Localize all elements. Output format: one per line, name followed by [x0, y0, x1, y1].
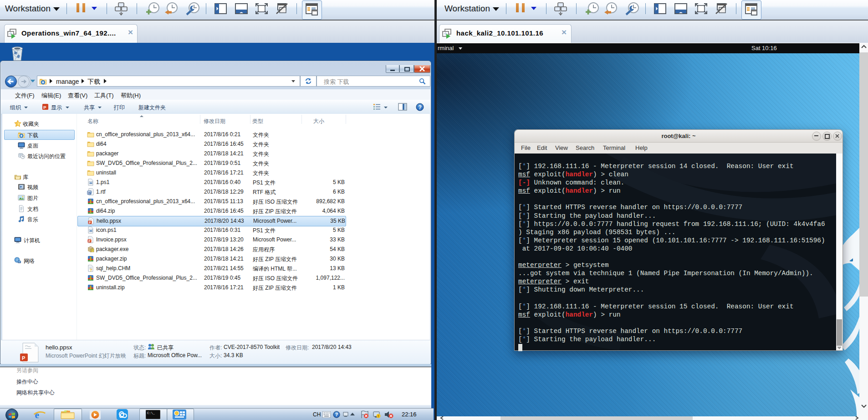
svg-text:P: P: [22, 355, 25, 361]
svg-text:!: !: [378, 415, 379, 418]
svg-text:?: ?: [418, 104, 421, 111]
svg-text:?: ?: [335, 412, 338, 417]
svg-text:C:\_: C:\_: [147, 411, 155, 415]
svg-text:e: e: [35, 410, 39, 420]
svg-text:P: P: [43, 105, 46, 110]
